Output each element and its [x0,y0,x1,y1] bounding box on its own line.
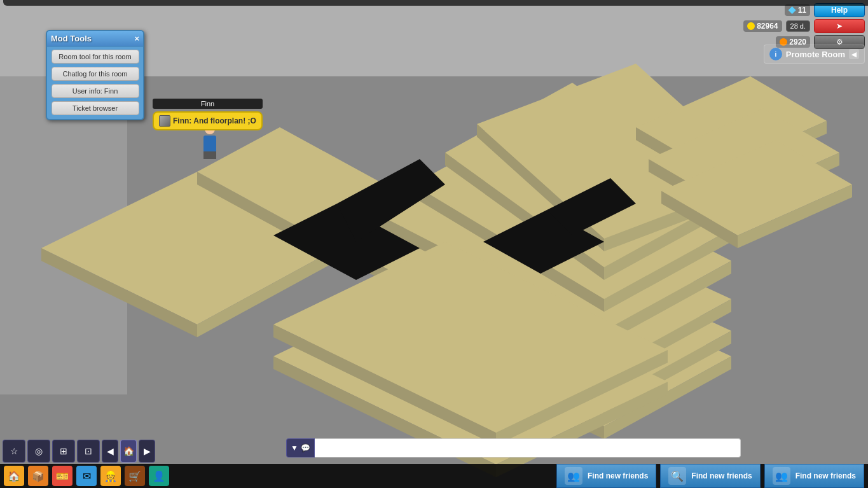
left-arrow-icon: ◀ [107,446,114,456]
navigate-button[interactable]: ◎ [27,440,50,463]
coins-display: 82964 [747,22,778,31]
find-friends-label-2: Find new friends [691,471,752,480]
coins-bar: 82964 [743,20,782,32]
bottom-toolbar: 🏠 📦 🎫 ✉ 👷 🛒 👤 👥 Find new friends 🔍 Find … [0,464,868,488]
find-friends-icon-2: 🔍 [668,467,686,485]
room-nav-right[interactable]: ▶ [139,440,155,463]
favorite-button[interactable]: ☆ [3,440,25,463]
toolbar-catalog[interactable]: 🎫 [52,466,72,486]
promote-room-button[interactable]: i Promote Room ◀ [764,45,865,64]
screenshot-icon: ⊡ [85,446,92,456]
mod-tools-title-bar: Mod Tools × [47,31,143,46]
speech-bubble: Finn Finn: And floorplan! ;O [153,99,263,130]
find-friends-icon-3: 👥 [773,467,790,485]
chat-bubble-icon [159,115,170,127]
find-friends-label-3: Find new friends [796,471,856,480]
top-right-ui: 11 Help 82964 28 d. ➤ 29 [743,3,865,49]
chat-mode-icon: 💬 [301,443,310,452]
toolbar-home[interactable]: 🏠 [4,466,24,486]
active-icon: 🏠 [123,446,134,456]
mod-tools-close-button[interactable]: × [134,34,139,43]
diamond-icon [789,6,796,14]
toolbar-inventory[interactable]: 📦 [28,466,48,486]
coin-count: 82964 [757,22,778,31]
room-info-panel: This'll be a nice room by Finn [3,0,868,6]
room-nav-left[interactable]: ◀ [102,440,118,463]
currency-bar: 11 [785,4,810,16]
coin-icon [747,22,755,30]
chat-input-area: ▼ 💬 [286,438,741,457]
find-friends-icon-1: 👥 [565,467,582,485]
mod-tools-panel: Mod Tools × Room tool for this room Chat… [46,30,144,120]
right-arrow-icon: ▶ [144,446,151,456]
character-legs [203,151,216,159]
diamond-count: 11 [798,6,806,15]
dropdown-arrow: ▼ [291,443,298,452]
find-friends-button-1[interactable]: 👥 Find new friends [556,464,656,488]
room-tool-button[interactable]: Room tool for this room [52,50,139,64]
toolbar-shop[interactable]: 🛒 [125,466,145,486]
character-name-tag: Finn [153,99,263,109]
game-area: Finn Finn: And floorplan! ;O Mod Tools ×… [0,0,868,488]
days-badge: 28 d. [786,20,810,32]
find-friends-label-1: Find new friends [588,471,648,480]
floorplan-button[interactable]: ⊞ [52,440,75,463]
mod-tools-title: Mod Tools [51,34,92,43]
character-body [203,136,216,151]
user-info-button[interactable]: User info: Finn [52,84,139,98]
exit-icon: ➤ [836,22,843,31]
screenshot-button[interactable]: ⊡ [77,440,100,463]
room-nav-active[interactable]: 🏠 [120,440,137,463]
chatlog-button[interactable]: Chatlog for this room [52,67,139,81]
promote-arrow-icon: ◀ [849,49,859,59]
chat-bubble: Finn: And floorplan! ;O [153,111,263,130]
chat-mode-dropdown[interactable]: ▼ 💬 [286,438,315,457]
toolbar-profile[interactable]: 👤 [149,466,169,486]
promote-icon: i [769,48,782,60]
room-action-buttons: ☆ ◎ ⊞ ⊡ ◀ 🏠 ▶ [0,440,160,463]
toolbar-build[interactable]: 👷 [100,466,121,486]
chat-bubble-text: Finn: And floorplan! ;O [173,116,256,125]
exit-button[interactable]: ➤ [814,19,865,33]
ticket-browser-button[interactable]: Ticket browser [52,101,139,115]
promote-room-label: Promote Room [786,50,845,59]
favorite-icon: ☆ [10,446,18,456]
navigate-icon: ◎ [35,446,43,456]
floorplan-icon: ⊞ [60,446,67,456]
toolbar-messages[interactable]: ✉ [76,466,97,486]
chat-input[interactable] [315,438,741,457]
find-friends-button-3[interactable]: 👥 Find new friends [764,464,864,488]
diamonds-display: 11 [789,6,806,15]
find-friends-button-2[interactable]: 🔍 Find new friends [660,464,760,488]
